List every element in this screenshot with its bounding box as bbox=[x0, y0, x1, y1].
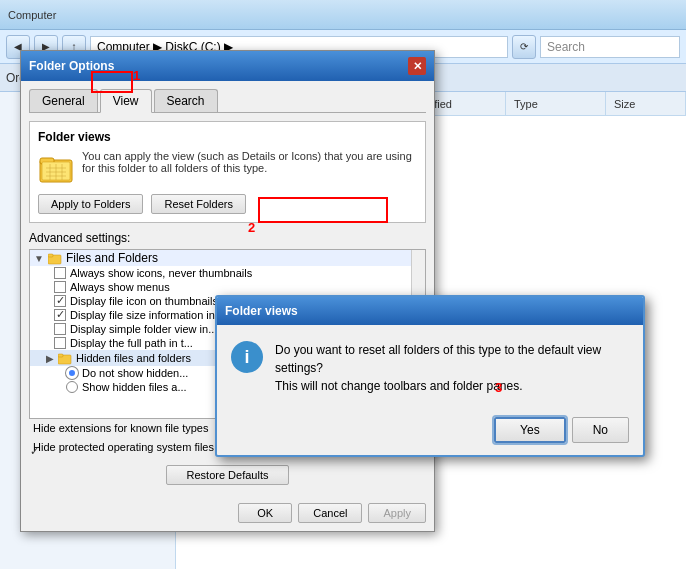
tree-item-label: Hidden files and folders bbox=[76, 352, 191, 364]
folder-expand-icon2: ▶ bbox=[46, 353, 54, 364]
subdialog-line2: This will not change toolbars and folder… bbox=[275, 379, 522, 393]
subdialog-title: Folder views bbox=[225, 304, 298, 318]
checkbox-simple-folder[interactable] bbox=[54, 323, 66, 335]
col-type: Type bbox=[506, 92, 606, 115]
subdialog-titlebar: Folder views bbox=[217, 297, 643, 325]
tree-item-label: Display simple folder view in... bbox=[70, 323, 217, 335]
tree-item-icons[interactable]: Always show icons, never thumbnails bbox=[30, 266, 425, 280]
tab-view[interactable]: View bbox=[100, 89, 152, 113]
search-label: Search bbox=[547, 40, 585, 54]
refresh-button[interactable]: ⟳ bbox=[512, 35, 536, 59]
info-icon: i bbox=[231, 341, 263, 373]
tree-item-label: Display file icon on thumbnails bbox=[70, 295, 218, 307]
checkbox-always-menus[interactable] bbox=[54, 281, 66, 293]
checkbox-full-path[interactable] bbox=[54, 337, 66, 349]
subdialog-body: i Do you want to reset all folders of th… bbox=[217, 325, 643, 411]
apply-to-folders-button[interactable]: Apply to Folders bbox=[38, 194, 143, 214]
restore-defaults-button[interactable]: Restore Defaults bbox=[166, 465, 290, 485]
annotation-3: 3 bbox=[495, 380, 502, 395]
tab-bar: General View Search bbox=[29, 89, 426, 113]
cancel-button[interactable]: Cancel bbox=[298, 503, 362, 523]
folder-views-title: Folder views bbox=[38, 130, 417, 144]
folder-views-section: Folder views You can apply the view (suc… bbox=[29, 121, 426, 223]
advanced-settings-label: Advanced settings: bbox=[29, 231, 426, 245]
tree-item-menus[interactable]: Always show menus bbox=[30, 280, 425, 294]
folder-views-description: You can apply the view (such as Details … bbox=[82, 150, 417, 174]
tab-search[interactable]: Search bbox=[154, 89, 218, 112]
radio-show-hidden[interactable] bbox=[66, 381, 78, 393]
explorer-titlebar: Computer bbox=[0, 0, 686, 30]
folder-hidden-icon bbox=[58, 351, 72, 365]
folder-options-dialog: Folder Options ✕ General View Search Fol… bbox=[20, 50, 435, 532]
folder-expand-icon: ▼ bbox=[34, 253, 44, 264]
svg-rect-10 bbox=[48, 254, 53, 257]
tab-general[interactable]: General bbox=[29, 89, 98, 112]
folder-icon bbox=[38, 150, 74, 186]
folder-views-buttons: Apply to Folders Reset Folders bbox=[38, 194, 417, 214]
tree-item-label: Files and Folders bbox=[66, 251, 158, 265]
checkbox-filesize[interactable]: ✓ bbox=[54, 309, 66, 321]
radio-dont-show[interactable] bbox=[66, 367, 78, 379]
search-box[interactable]: Search bbox=[540, 36, 680, 58]
folder-views-content: You can apply the view (such as Details … bbox=[38, 150, 417, 186]
dialog-title: Folder Options bbox=[29, 59, 114, 73]
no-button[interactable]: No bbox=[572, 417, 629, 443]
yes-button[interactable]: Yes bbox=[494, 417, 566, 443]
dialog-titlebar: Folder Options ✕ bbox=[21, 51, 434, 81]
subdialog-line1: Do you want to reset all folders of this… bbox=[275, 343, 601, 375]
checkbox-file-icon[interactable]: ✓ bbox=[54, 295, 66, 307]
dialog-close-button[interactable]: ✕ bbox=[408, 57, 426, 75]
tree-item-label: Display the full path in t... bbox=[70, 337, 193, 349]
apply-button[interactable]: Apply bbox=[368, 503, 426, 523]
folder-views-subdialog: Folder views i Do you want to reset all … bbox=[215, 295, 645, 457]
col-size: Size bbox=[606, 92, 686, 115]
tree-item-label: Always show icons, never thumbnails bbox=[70, 267, 252, 279]
ok-button[interactable]: OK bbox=[238, 503, 292, 523]
checkbox-always-icons[interactable] bbox=[54, 267, 66, 279]
subdialog-footer: Yes No bbox=[217, 411, 643, 455]
subdialog-message: Do you want to reset all folders of this… bbox=[275, 341, 629, 395]
hide-ext-label: Hide extensions for known file types bbox=[33, 422, 208, 434]
reset-folders-button[interactable]: Reset Folders bbox=[151, 194, 245, 214]
tree-item-label: Show hidden files a... bbox=[82, 381, 187, 393]
tree-folder-files[interactable]: ▼ Files and Folders bbox=[30, 250, 425, 266]
tree-item-label: Always show menus bbox=[70, 281, 170, 293]
restore-defaults-area: Restore Defaults bbox=[29, 465, 426, 485]
explorer-title: Computer bbox=[8, 9, 56, 21]
dialog-footer: OK Cancel Apply bbox=[21, 497, 434, 531]
folder-small-icon bbox=[48, 251, 62, 265]
svg-rect-12 bbox=[58, 354, 63, 357]
tree-item-label: Do not show hidden... bbox=[82, 367, 188, 379]
